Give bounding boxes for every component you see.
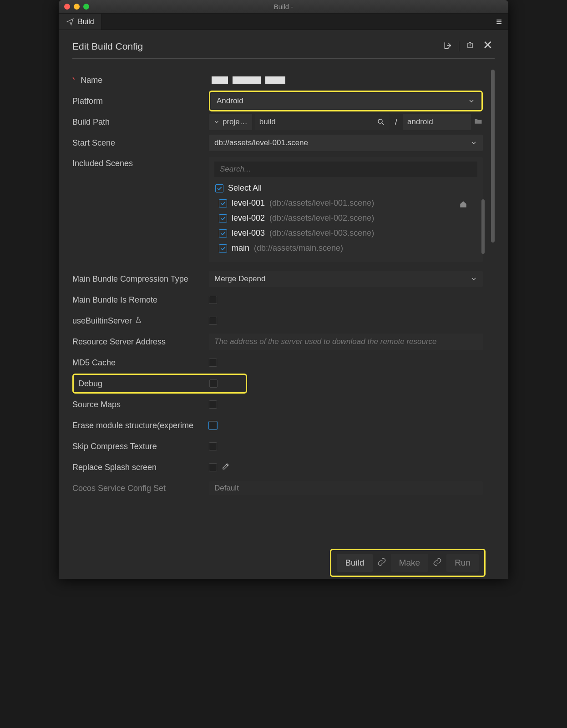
- row-start-scene: Start Scene db://assets/level-001.scene: [72, 132, 483, 153]
- platform-select[interactable]: Android: [211, 93, 481, 109]
- startscene-label: Start Scene: [72, 138, 209, 148]
- build-window: Build - Build ≡ ✕ Edit Build Config: [59, 0, 508, 579]
- link-icon[interactable]: [433, 557, 442, 568]
- erase-checkbox[interactable]: [209, 421, 217, 430]
- close-panel-button[interactable]: ✕: [483, 38, 493, 52]
- build-panel: ✕ Edit Build Config * Name: [59, 30, 508, 579]
- menu-button[interactable]: ≡: [490, 14, 508, 30]
- row-cocos-service: Cocos Service Config Set Default: [72, 478, 483, 499]
- footer-bar: Build Make Run: [72, 547, 495, 579]
- row-splash: Replace Splash screen: [72, 457, 483, 478]
- search-icon[interactable]: [377, 118, 385, 126]
- scenes-list-box: Select All level-001 (db://assets/level-…: [209, 157, 483, 262]
- builtin-label: useBuiltinServer: [72, 316, 132, 326]
- builtin-checkbox[interactable]: [209, 317, 217, 325]
- splash-checkbox[interactable]: [209, 463, 217, 471]
- panel-title: Edit Build Config: [72, 41, 143, 52]
- remote-checkbox[interactable]: [209, 296, 217, 304]
- run-button[interactable]: Run: [446, 554, 479, 572]
- name-value-redacted[interactable]: [209, 72, 288, 88]
- startscene-select[interactable]: db://assets/level-001.scene: [209, 135, 483, 151]
- tab-bar: Build ≡: [59, 14, 508, 30]
- row-build-path: Build Path proje… build / android: [72, 111, 483, 132]
- row-compression: Main Bundle Compression Type Merge Depen…: [72, 268, 483, 289]
- skip-label: Skip Compress Texture: [72, 442, 209, 451]
- scene-item[interactable]: level-001 (db://assets/level-001.scene): [214, 196, 466, 211]
- resaddr-input[interactable]: [209, 334, 483, 350]
- remote-label: Main Bundle Is Remote: [72, 295, 209, 305]
- chevron-down-icon: [213, 119, 220, 125]
- scene-checkbox[interactable]: [219, 229, 227, 238]
- window-title: Build -: [59, 3, 508, 10]
- scene-checkbox[interactable]: [219, 214, 227, 222]
- titlebar: Build -: [59, 0, 508, 14]
- compress-value: Merge Depend: [214, 274, 265, 283]
- edit-splash-icon[interactable]: [222, 462, 230, 472]
- import-icon[interactable]: [443, 41, 452, 52]
- md5-checkbox[interactable]: [209, 359, 217, 367]
- row-md5: MD5 Cache: [72, 352, 483, 373]
- select-all-checkbox[interactable]: [215, 184, 223, 192]
- path-separator: /: [392, 117, 400, 127]
- home-icon[interactable]: [459, 200, 467, 211]
- divider: [459, 41, 459, 51]
- tab-label: Build: [78, 18, 94, 26]
- row-source-maps: Source Maps: [72, 394, 483, 415]
- debug-label: Debug: [75, 379, 209, 389]
- path-dir-input[interactable]: build: [255, 114, 390, 130]
- tab-build[interactable]: Build: [59, 14, 102, 30]
- select-all-row[interactable]: Select All: [214, 181, 477, 196]
- build-button[interactable]: Build: [337, 554, 372, 572]
- buildpath-label: Build Path: [72, 117, 209, 127]
- included-label: Included Scenes: [72, 157, 209, 168]
- beaker-icon: [135, 316, 142, 326]
- scene-checkbox[interactable]: [219, 199, 227, 207]
- close-window-button[interactable]: [64, 4, 70, 10]
- platform-value: Android: [217, 96, 243, 106]
- minimize-window-button[interactable]: [74, 4, 80, 10]
- scene-item[interactable]: main (db://assets/main.scene): [214, 241, 466, 256]
- svg-point-0: [378, 119, 382, 123]
- row-remote: Main Bundle Is Remote: [72, 289, 483, 310]
- chevron-down-icon: [470, 139, 477, 147]
- export-icon[interactable]: [466, 41, 475, 52]
- row-included-scenes: Included Scenes Select All: [72, 153, 483, 262]
- startscene-value: db://assets/level-001.scene: [214, 138, 308, 147]
- row-resaddr: Resource Server Address: [72, 331, 483, 352]
- debug-checkbox[interactable]: [209, 379, 218, 388]
- make-button[interactable]: Make: [391, 554, 428, 572]
- scrollbar[interactable]: [491, 70, 495, 243]
- link-icon[interactable]: [377, 557, 386, 568]
- path-sub-input[interactable]: android: [403, 114, 471, 130]
- footer-button-group: Build Make Run: [330, 549, 486, 577]
- compress-select[interactable]: Merge Depend: [209, 271, 483, 287]
- cocos-label: Cocos Service Config Set: [72, 484, 209, 493]
- row-platform: Platform Android: [72, 91, 483, 111]
- platform-label: Platform: [72, 96, 209, 106]
- compress-label: Main Bundle Compression Type: [72, 274, 209, 284]
- browse-folder-icon[interactable]: [474, 116, 483, 127]
- chevron-down-icon: [470, 275, 477, 283]
- row-name: * Name: [72, 70, 483, 91]
- scene-checkbox[interactable]: [219, 244, 227, 253]
- required-indicator: *: [72, 76, 75, 84]
- name-label: Name: [81, 76, 102, 85]
- row-erase-module: Erase module structure(experime: [72, 415, 483, 436]
- cocos-select[interactable]: Default: [209, 481, 483, 495]
- erase-label: Erase module structure(experime: [72, 421, 209, 430]
- row-skip-compress: Skip Compress Texture: [72, 436, 483, 457]
- maximize-window-button[interactable]: [83, 4, 89, 10]
- scenes-search-input[interactable]: [214, 162, 477, 177]
- row-builtin-server: useBuiltinServer: [72, 310, 483, 331]
- smaps-label: Source Maps: [72, 400, 209, 410]
- chevron-down-icon: [468, 97, 475, 105]
- row-debug: Debug: [72, 373, 483, 394]
- scene-item[interactable]: level-003 (db://assets/level-003.scene): [214, 226, 466, 241]
- panel-header: Edit Build Config: [72, 41, 495, 59]
- skip-checkbox[interactable]: [209, 442, 217, 450]
- path-root-dropdown[interactable]: proje…: [209, 114, 252, 130]
- scene-item[interactable]: level-002 (db://assets/level-002.scene): [214, 211, 466, 226]
- form-scroll-area: * Name Platform: [72, 70, 495, 547]
- scenes-scrollbar[interactable]: [481, 199, 485, 254]
- smaps-checkbox[interactable]: [209, 400, 217, 409]
